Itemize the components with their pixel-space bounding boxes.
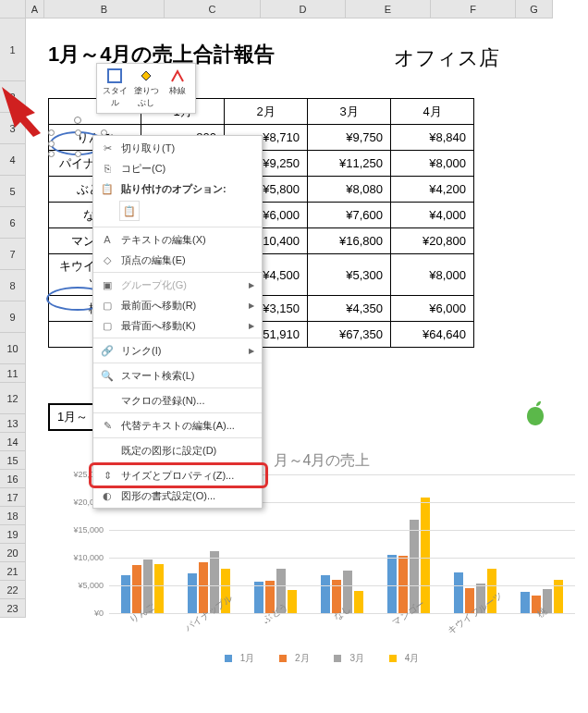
chart-legend: 1月 2月 3月 4月 — [63, 652, 581, 665]
menu-cut[interactable]: ✂切り取り(T) — [93, 138, 262, 158]
col-header-B[interactable]: B — [44, 0, 165, 18]
menu-set-default[interactable]: 既定の図形に設定(D) — [93, 440, 262, 461]
store-name: オフィス店 — [394, 44, 499, 72]
cell-value: ¥8,840 — [391, 125, 474, 151]
link-icon: 🔗 — [99, 345, 116, 357]
bring-front-icon: ▢ — [99, 300, 116, 312]
menu-alt-text[interactable]: ✎代替テキストの編集(A)... — [93, 415, 262, 436]
menu-assign-macro[interactable]: マクロの登録(N)... — [93, 390, 262, 411]
cell-value: ¥7,600 — [308, 203, 391, 228]
col-header-D[interactable]: D — [261, 0, 346, 18]
th-month: 4月 — [391, 99, 474, 125]
row-header[interactable]: 15 — [0, 451, 26, 470]
cell-value: ¥9,750 — [308, 125, 391, 151]
svg-marker-1 — [2, 87, 41, 137]
edit-points-icon: ◇ — [99, 254, 116, 266]
col-header-C[interactable]: C — [165, 0, 261, 18]
menu-copy[interactable]: ⎘コピー(C) — [93, 158, 262, 178]
chart-xlabels: りんごパイナップルぶどうなしマンゴーキウイフルーツ桃 — [109, 590, 575, 620]
send-back-icon: ▢ — [99, 320, 116, 332]
cell-value: ¥4,350 — [308, 296, 391, 322]
select-all-corner[interactable] — [0, 0, 26, 18]
paste-icon: 📋 — [99, 183, 116, 195]
summary-label: 1月～ — [57, 409, 88, 425]
col-header-F[interactable]: F — [431, 0, 516, 18]
row-header[interactable]: 17 — [0, 488, 26, 507]
annotation-arrow-icon — [0, 85, 52, 137]
group-icon: ▣ — [99, 279, 116, 291]
style-button[interactable]: スタイル — [99, 66, 130, 111]
row-header[interactable]: 23 — [0, 599, 26, 618]
column-headers: A B C D E F G — [0, 0, 588, 18]
col-header-A[interactable]: A — [26, 0, 44, 18]
cut-icon: ✂ — [99, 142, 116, 154]
cell-value: ¥64,640 — [391, 322, 474, 348]
th-month: 3月 — [308, 99, 391, 125]
cell-value: ¥8,080 — [308, 177, 391, 203]
menu-size-properties[interactable]: ⇕サイズとプロパティ(Z)... — [93, 465, 262, 486]
row-header[interactable]: 19 — [0, 525, 26, 544]
row-header[interactable]: 7 — [0, 239, 26, 270]
fill-button[interactable]: 塗りつぶし — [130, 66, 162, 111]
format-icon: ◐ — [99, 490, 116, 502]
search-icon: 🔍 — [99, 370, 116, 382]
edit-text-icon: A — [99, 234, 116, 245]
mini-toolbar: スタイル 塗りつぶし 枠線 — [96, 63, 196, 114]
cell-value: ¥8,000 — [391, 254, 474, 296]
fill-icon — [132, 68, 160, 84]
row-header[interactable]: 22 — [0, 581, 26, 599]
paste-options: 📋 — [93, 199, 262, 225]
menu-edit-points[interactable]: ◇頂点の編集(E) — [93, 250, 262, 270]
alt-text-icon: ✎ — [99, 420, 116, 432]
outline-icon — [164, 68, 191, 84]
svg-rect-0 — [108, 69, 121, 82]
style-icon — [101, 68, 129, 84]
apple-icon — [523, 400, 547, 434]
row-header[interactable]: 10 — [0, 333, 26, 364]
outline-button[interactable]: 枠線 — [162, 66, 193, 111]
row-header[interactable]: 8 — [0, 270, 26, 301]
row-header[interactable]: 21 — [0, 562, 26, 581]
row-header[interactable]: 18 — [0, 507, 26, 525]
th-month: 2月 — [225, 99, 308, 125]
size-icon: ⇕ — [99, 470, 116, 482]
row-header[interactable]: 1 — [0, 18, 26, 81]
menu-bring-front[interactable]: ▢最前面へ移動(R)▶ — [93, 295, 262, 315]
cell-value: ¥5,300 — [308, 254, 391, 296]
row-header[interactable]: 9 — [0, 301, 26, 333]
cell-value: ¥4,200 — [391, 177, 474, 203]
cell-value: ¥6,000 — [391, 296, 474, 322]
row-header[interactable]: 20 — [0, 544, 26, 562]
cell-value: ¥67,350 — [308, 322, 391, 348]
menu-edit-text[interactable]: Aテキストの編集(X) — [93, 229, 262, 250]
row-header[interactable]: 16 — [0, 470, 26, 488]
menu-smart-lookup[interactable]: 🔍スマート検索(L) — [93, 365, 262, 386]
row-header[interactable]: 14 — [0, 433, 26, 451]
cell-value: ¥20,800 — [391, 228, 474, 254]
cell-value: ¥16,800 — [308, 228, 391, 254]
menu-group: ▣グループ化(G)▶ — [93, 275, 262, 295]
menu-link[interactable]: 🔗リンク(I)▶ — [93, 340, 262, 361]
row-header[interactable]: 12 — [0, 383, 26, 414]
row-header[interactable]: 13 — [0, 414, 26, 433]
copy-icon: ⎘ — [99, 163, 116, 174]
cell-value: ¥11,250 — [308, 151, 391, 177]
row-header[interactable]: 5 — [0, 176, 26, 207]
col-header-G[interactable]: G — [516, 0, 553, 18]
cell-value: ¥4,000 — [391, 203, 474, 228]
row-header[interactable]: 6 — [0, 207, 26, 239]
cell-value: ¥8,000 — [391, 151, 474, 177]
menu-paste-header: 📋貼り付けのオプション: — [93, 178, 262, 199]
row-header[interactable]: 11 — [0, 364, 26, 383]
paste-option-icon[interactable]: 📋 — [119, 201, 140, 221]
menu-send-back[interactable]: ▢最背面へ移動(K)▶ — [93, 315, 262, 336]
col-header-E[interactable]: E — [346, 0, 431, 18]
row-header[interactable]: 4 — [0, 144, 26, 176]
menu-format-shape[interactable]: ◐図形の書式設定(O)... — [93, 486, 262, 506]
context-menu: ✂切り取り(T) ⎘コピー(C) 📋貼り付けのオプション: 📋 Aテキストの編集… — [92, 135, 263, 509]
